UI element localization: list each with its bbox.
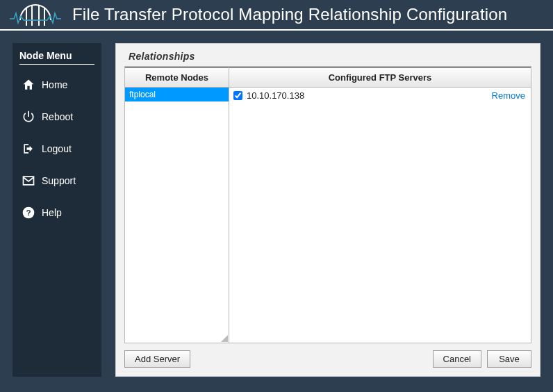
servers-column: Configured FTP Servers 10.10.170.138 Rem… <box>229 67 531 343</box>
header: File Transfer Protocol Mapping Relations… <box>0 0 553 31</box>
sidebar-item-label: Reboot <box>42 111 73 122</box>
sidebar: Node Menu Home Reboot Logout Support <box>13 43 101 377</box>
remote-nodes-header: Remote Nodes <box>125 67 229 88</box>
sidebar-item-logout[interactable]: Logout <box>19 136 94 162</box>
remove-link[interactable]: Remove <box>492 90 525 101</box>
server-ip: 10.10.170.138 <box>247 90 492 101</box>
sidebar-item-label: Logout <box>42 143 72 154</box>
home-icon <box>21 77 36 92</box>
logo-icon <box>8 1 63 28</box>
remote-nodes-list: ftplocal <box>125 88 229 343</box>
sidebar-item-home[interactable]: Home <box>19 72 94 98</box>
svg-text:?: ? <box>26 208 31 217</box>
sidebar-item-label: Help <box>42 207 62 218</box>
sidebar-item-label: Support <box>42 175 76 186</box>
sidebar-item-support[interactable]: Support <box>19 168 94 194</box>
sidebar-item-help[interactable]: ? Help <box>19 199 94 226</box>
cancel-button[interactable]: Cancel <box>433 350 481 368</box>
logout-icon <box>21 141 36 156</box>
add-server-button[interactable]: Add Server <box>124 350 190 368</box>
server-checkbox[interactable] <box>233 91 242 100</box>
help-icon: ? <box>21 205 36 220</box>
remote-nodes-column: Remote Nodes ftplocal <box>125 67 229 343</box>
sidebar-item-label: Home <box>42 79 67 90</box>
sidebar-title: Node Menu <box>19 50 94 65</box>
relationships-lists: Remote Nodes ftplocal Configured FTP Ser… <box>124 66 531 343</box>
power-icon <box>21 109 36 124</box>
footer-buttons: Add Server Cancel Save <box>124 350 531 368</box>
save-button[interactable]: Save <box>487 350 531 368</box>
remote-node-item[interactable]: ftplocal <box>125 88 229 101</box>
page-title: File Transfer Protocol Mapping Relations… <box>72 5 507 24</box>
mail-icon <box>21 173 36 188</box>
server-row: 10.10.170.138 Remove <box>229 88 531 104</box>
sidebar-item-reboot[interactable]: Reboot <box>19 104 94 130</box>
servers-header: Configured FTP Servers <box>229 67 531 88</box>
panel-title: Relationships <box>129 51 531 62</box>
servers-list: 10.10.170.138 Remove <box>229 88 531 343</box>
content-panel: Relationships Remote Nodes ftplocal Conf… <box>115 43 540 377</box>
resize-grip-icon[interactable] <box>221 335 228 342</box>
